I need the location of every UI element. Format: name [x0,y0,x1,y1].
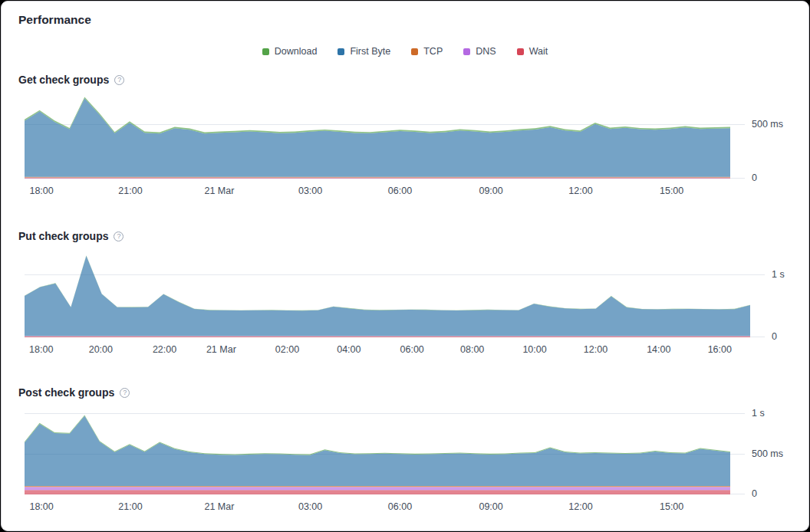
x-tick-label: 12:00 [568,186,592,196]
legend-label: First Byte [350,46,390,57]
series-wait [25,178,730,179]
legend-item-wait[interactable]: Wait [517,46,548,57]
legend-item-dns[interactable]: DNS [463,46,496,57]
x-tick-label: 18:00 [29,344,53,355]
series-dns [25,487,730,490]
series-wait [25,490,730,494]
series-first-byte [25,98,730,177]
y-tick-label: 1 s [772,269,785,280]
x-tick-label: 06:00 [388,186,412,196]
stacked-area-chart [25,248,750,337]
plot-area[interactable] [25,404,730,494]
x-tick-label: 21:00 [118,186,142,196]
help-icon[interactable]: ? [120,388,130,398]
chart-section-get-check-groups: Get check groups ? 18:0021:0021 Mar03:00… [18,74,792,199]
y-tick-label: 500 ms [752,448,783,459]
x-tick-label: 04:00 [337,344,361,355]
x-axis: 18:0021:0021 Mar03:0006:0009:0012:0015:0… [25,494,730,515]
y-tick-label: 0 [752,172,757,183]
x-tick-label: 21:00 [118,501,142,512]
legend-item-tcp[interactable]: TCP [411,46,443,57]
x-tick-label: 15:00 [660,186,683,196]
performance-card: Performance DownloadFirst ByteTCPDNSWait… [1,1,809,531]
series-tcp [25,177,730,178]
x-tick-label: 09:00 [479,186,502,196]
page-title: Performance [18,13,792,27]
y-axis: 500 ms0 [730,91,792,199]
help-icon[interactable]: ? [114,232,123,241]
series-dns [25,178,730,179]
x-tick-label: 22:00 [153,344,176,355]
x-tick-label: 15:00 [660,501,683,512]
plot-area[interactable] [25,248,750,337]
x-tick-label: 21 Mar [204,501,234,512]
x-tick-label: 12:00 [584,344,608,355]
x-tick-label: 14:00 [647,344,670,355]
series-first-byte [25,256,750,337]
y-axis: 1 s500 ms0 [730,404,792,515]
chart-section-post-check-groups: Post check groups ? 18:0021:0021 Mar03:0… [18,386,792,515]
chart-title-text: Put check groups [18,230,108,242]
y-tick-label: 0 [752,488,757,499]
chart-row: 18:0020:0022:0021 Mar02:0004:0006:0008:0… [25,248,792,358]
chart-title-text: Get check groups [18,74,109,86]
x-tick-label: 12:00 [568,501,592,512]
x-tick-label: 21 Mar [204,186,234,196]
legend-swatch-download [262,48,269,55]
x-tick-label: 08:00 [460,344,484,355]
legend-swatch-tcp [411,48,418,55]
x-tick-label: 21 Mar [206,344,236,355]
chart-title-put-check-groups: Put check groups ? [18,230,792,242]
chart-row: 18:0021:0021 Mar03:0006:0009:0012:0015:0… [25,404,792,515]
stacked-area-chart [25,404,730,494]
legend-label: DNS [476,46,496,57]
legend-swatch-first-byte [338,48,344,55]
x-tick-label: 06:00 [400,344,424,355]
x-tick-label: 10:00 [522,344,546,355]
legend-item-first-byte[interactable]: First Byte [338,46,390,57]
series-download [25,255,750,310]
legend-swatch-wait [517,48,524,55]
x-axis: 18:0020:0022:0021 Mar02:0004:0006:0008:0… [25,337,750,358]
y-tick-label: 0 [772,331,777,342]
x-tick-label: 03:00 [298,186,322,196]
legend-swatch-dns [463,48,470,55]
series-first-byte [25,416,730,486]
chart-title-get-check-groups: Get check groups ? [18,74,792,86]
series-wait [25,337,750,337]
series-tcp [25,486,730,487]
y-tick-label: 500 ms [752,119,783,130]
legend-label: TCP [423,46,443,57]
x-tick-label: 16:00 [708,344,732,355]
x-tick-label: 20:00 [89,344,113,355]
legend-label: Download [275,46,318,57]
help-icon[interactable]: ? [114,75,124,85]
x-axis: 18:0021:0021 Mar03:0006:0009:0012:0015:0… [25,179,730,199]
x-tick-label: 06:00 [388,501,412,512]
chart-row: 18:0021:0021 Mar03:0006:0009:0012:0015:0… [25,91,792,199]
chart-title-post-check-groups: Post check groups ? [18,386,792,399]
legend-item-download[interactable]: Download [262,46,318,57]
chart-section-put-check-groups: Put check groups ? 18:0020:0022:0021 Mar… [18,230,792,358]
y-tick-label: 1 s [752,408,765,419]
x-tick-label: 02:00 [275,344,299,355]
legend-label: Wait [529,46,548,57]
x-tick-label: 18:00 [29,186,53,196]
x-tick-label: 18:00 [29,501,53,512]
x-tick-label: 09:00 [479,501,502,512]
chart-legend: DownloadFirst ByteTCPDNSWait [18,46,792,57]
y-axis: 1 s0 [750,248,792,358]
stacked-area-chart [25,91,730,179]
plot-area[interactable] [25,91,730,179]
x-tick-label: 03:00 [298,501,322,512]
chart-title-text: Post check groups [18,386,114,399]
